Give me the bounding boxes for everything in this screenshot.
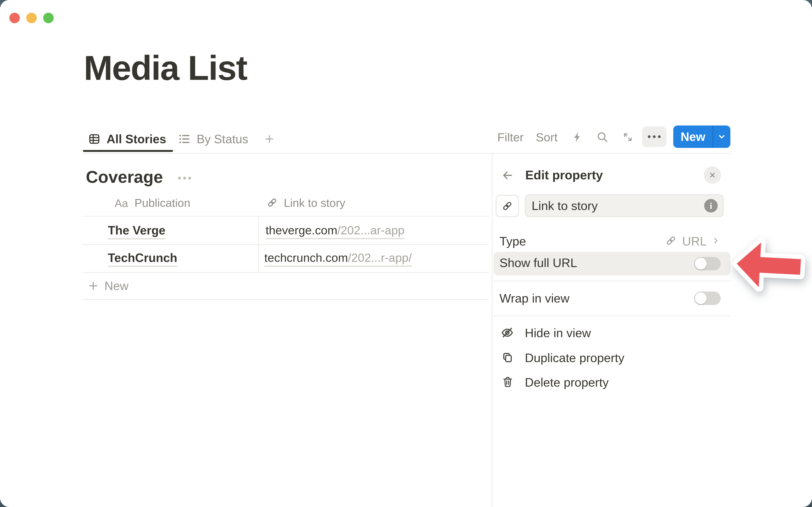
- table-row-url[interactable]: techcrunch.com/202...r-app/: [264, 251, 412, 265]
- annotation-arrow-left-icon: [724, 227, 812, 300]
- show-full-url-toggle[interactable]: [694, 257, 721, 270]
- close-window-button[interactable]: [9, 13, 20, 23]
- minimize-window-button[interactable]: [26, 13, 37, 23]
- duplicate-icon: [501, 351, 514, 364]
- zoom-window-button[interactable]: [43, 13, 54, 23]
- info-icon: i: [704, 201, 718, 210]
- text-type-icon: Aa: [115, 197, 128, 210]
- trash-icon: [502, 376, 514, 388]
- search-icon[interactable]: [596, 131, 609, 143]
- link-icon: [502, 200, 513, 212]
- property-name-input[interactable]: Link to story i: [525, 194, 724, 217]
- new-row-button[interactable]: New: [104, 279, 129, 293]
- type-label: Type: [500, 235, 526, 247]
- toggle-knob: [695, 258, 707, 270]
- tab-by-status[interactable]: By Status: [197, 132, 248, 146]
- more-icon: [647, 134, 661, 139]
- group-title[interactable]: Coverage: [86, 167, 163, 187]
- table-row-title[interactable]: The Verge: [108, 224, 165, 237]
- property-icon-button[interactable]: [496, 195, 519, 217]
- chevron-down-icon[interactable]: [717, 132, 726, 141]
- close-panel-button[interactable]: [704, 166, 721, 184]
- list-view-icon: [178, 133, 191, 145]
- eye-off-icon: [501, 326, 514, 339]
- table-row-url[interactable]: theverge.com/202...ar-app: [266, 224, 405, 237]
- toggle-knob: [695, 292, 707, 304]
- menu-item-duplicate-property[interactable]: Duplicate property: [494, 348, 730, 367]
- table-view-icon: [88, 133, 101, 145]
- add-view-plus-icon[interactable]: [264, 133, 275, 145]
- menu-item-label: Duplicate property: [525, 351, 624, 364]
- plus-icon: [88, 280, 99, 291]
- lightning-icon[interactable]: [571, 131, 583, 143]
- page-title[interactable]: Media List: [84, 49, 247, 87]
- property-name-value: Link to story: [531, 200, 598, 212]
- back-arrow-icon[interactable]: [502, 169, 513, 181]
- link-icon: [665, 235, 677, 246]
- table-border: [83, 216, 489, 217]
- column-divider: [258, 216, 259, 272]
- wrap-in-view-toggle[interactable]: [694, 291, 721, 305]
- chevron-right-icon: [712, 237, 720, 245]
- column-header-link[interactable]: Link to story: [284, 196, 345, 210]
- close-icon: [708, 171, 716, 179]
- table-border: [83, 299, 489, 300]
- tab-all-stories[interactable]: All Stories: [107, 132, 166, 146]
- new-button-group: New: [673, 125, 730, 148]
- show-full-url-label: Show full URL: [500, 257, 577, 269]
- type-value: URL: [682, 235, 707, 247]
- expand-icon[interactable]: [622, 132, 633, 143]
- panel-section-divider: [494, 316, 730, 316]
- panel-divider: [492, 153, 493, 507]
- group-more-icon[interactable]: [177, 176, 193, 180]
- table-border: [83, 272, 489, 273]
- table-row-title[interactable]: TechCrunch: [108, 251, 177, 265]
- new-button-separator: [713, 125, 713, 148]
- menu-item-label: Delete property: [525, 376, 609, 389]
- menu-item-label: Hide in view: [525, 327, 591, 339]
- table-border: [83, 244, 489, 245]
- panel-title: Edit property: [525, 168, 603, 182]
- filter-button[interactable]: Filter: [497, 130, 523, 145]
- app-window: Media List All Stories By Status Filter …: [0, 0, 812, 507]
- panel-section-divider: [494, 281, 730, 281]
- type-value-button[interactable]: URL: [665, 231, 730, 251]
- new-button[interactable]: New: [673, 129, 713, 144]
- info-badge[interactable]: i: [704, 199, 718, 213]
- column-header-publication[interactable]: Publication: [135, 196, 190, 210]
- menu-item-delete-property[interactable]: Delete property: [494, 373, 730, 391]
- screenshot-root: Media List All Stories By Status Filter …: [0, 0, 812, 507]
- wrap-in-view-label: Wrap in view: [500, 292, 569, 304]
- sort-button[interactable]: Sort: [536, 130, 558, 145]
- toolbar-divider: [83, 153, 732, 154]
- more-options-button[interactable]: [642, 126, 666, 147]
- active-tab-underline: [83, 150, 173, 152]
- link-icon: [266, 197, 278, 208]
- menu-item-hide-in-view[interactable]: Hide in view: [494, 324, 730, 342]
